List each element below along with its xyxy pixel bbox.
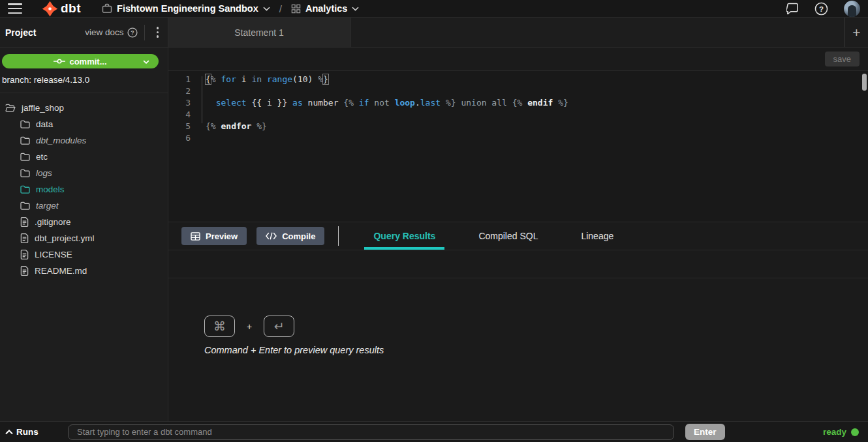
grid-icon [291, 4, 301, 14]
tree-item-target[interactable]: target [0, 198, 168, 214]
user-avatar[interactable] [844, 1, 860, 17]
status-indicator: ready [823, 427, 859, 437]
folder-open-icon [5, 104, 16, 112]
compile-button-label: Compile [282, 231, 315, 241]
results-toolbar: Preview Compile Query ResultsCompiled SQ… [168, 222, 868, 250]
status-label: ready [823, 427, 846, 437]
line-number: 6 [168, 133, 191, 145]
folder-icon [20, 201, 30, 210]
line-number: 1 [168, 74, 191, 86]
line-number: 3 [168, 98, 191, 110]
results-tab-compiled-sql[interactable]: Compiled SQL [469, 222, 547, 250]
tree-item-data[interactable]: data [0, 116, 168, 132]
command-input[interactable] [68, 424, 674, 440]
hamburger-menu-icon[interactable] [8, 3, 22, 14]
file-icon [20, 266, 29, 276]
line-number: 4 [168, 110, 191, 121]
view-docs-label: view docs [85, 27, 123, 37]
tree-item-readme-md[interactable]: README.md [0, 263, 168, 279]
line-content [191, 110, 206, 121]
dbt-logo: dbt [42, 1, 81, 17]
results-content: ⌘ + ↵ Command + Enter to preview query r… [168, 278, 868, 421]
svg-text:?: ? [819, 5, 824, 12]
environment-selector-label: Analytics [305, 3, 347, 14]
project-selector[interactable]: Fishtown Engineering Sandbox [102, 3, 270, 14]
line-content [191, 133, 206, 145]
indent-guide [202, 76, 202, 123]
tree-item-label: etc [36, 152, 48, 162]
save-button[interactable]: save [825, 52, 860, 66]
preview-button[interactable]: Preview [181, 227, 247, 245]
file-icon [20, 233, 29, 243]
help-icon[interactable]: ? [814, 2, 828, 16]
code-line[interactable]: 5{% endfor %} [168, 121, 868, 133]
line-number: 2 [168, 86, 191, 98]
chevron-down-icon [263, 7, 270, 11]
runs-toggle[interactable]: Runs [5, 427, 68, 437]
tree-item-label: target [36, 201, 59, 211]
editor-scrollbar-thumb[interactable] [862, 74, 867, 91]
preview-button-label: Preview [206, 231, 238, 241]
tree-item-label: LICENSE [35, 250, 72, 259]
new-tab-button[interactable]: + [845, 18, 868, 47]
chevron-down-icon [352, 7, 359, 11]
editor-tab-bar: Statement 1 + [168, 18, 868, 48]
results-subheader [168, 250, 868, 278]
top-bar: dbt Fishtown Engineering Sandbox / Analy… [0, 0, 868, 18]
code-line[interactable]: 1{% for i in range(10) %} [168, 74, 868, 86]
status-dot [851, 428, 859, 436]
tree-item-label: models [36, 184, 65, 194]
environment-selector[interactable]: Analytics [291, 3, 359, 14]
tree-item-dbt-modules[interactable]: dbt_modules [0, 132, 168, 149]
folder-icon [20, 120, 30, 128]
dbt-logo-mark-icon [42, 1, 58, 17]
kebab-menu-icon[interactable] [151, 24, 164, 40]
tree-item--gitignore[interactable]: .gitignore [0, 214, 168, 230]
svg-text:?: ? [131, 29, 134, 36]
tree-item-label: .gitignore [35, 217, 71, 227]
code-line[interactable]: 6 [168, 133, 868, 145]
sidebar-header-divider [144, 25, 145, 40]
code-line[interactable]: 2 [168, 86, 868, 98]
results-tab-lineage[interactable]: Lineage [572, 222, 623, 250]
tree-item-label: README.md [35, 266, 87, 276]
folder-icon [20, 185, 30, 194]
tree-item-jaffle-shop[interactable]: jaffle_shop [0, 100, 168, 116]
compile-button[interactable]: Compile [256, 227, 324, 245]
code-icon [266, 232, 277, 240]
breadcrumb-separator: / [279, 3, 282, 14]
commit-button-label: commit... [69, 57, 106, 66]
view-docs-link[interactable]: view docs ? [85, 27, 137, 38]
line-content: {% for i in range(10) %} [191, 74, 328, 86]
chat-icon[interactable] [786, 3, 799, 14]
enter-button[interactable]: Enter [685, 424, 725, 440]
dbt-logo-text: dbt [61, 1, 81, 16]
tree-item-license[interactable]: LICENSE [0, 246, 168, 263]
tree-item-label: jaffle_shop [22, 103, 64, 113]
commit-button[interactable]: commit... [2, 54, 159, 68]
runs-label: Runs [16, 427, 39, 437]
tab-bar-spacer [350, 18, 845, 47]
code-line[interactable]: 3 select {{ i }} as number {% if not loo… [168, 98, 868, 110]
editor-column: Statement 1 + save 1{% for i in range(10… [168, 18, 868, 421]
sidebar: Project view docs ? commit... branch: re… [0, 18, 168, 421]
tree-item-logs[interactable]: logs [0, 165, 168, 181]
results-tab-query-results[interactable]: Query Results [364, 222, 444, 250]
tree-item-dbt-project-yml[interactable]: dbt_project.yml [0, 230, 168, 246]
chevron-down-icon[interactable] [143, 60, 149, 64]
sidebar-header: Project view docs ? [0, 18, 168, 48]
sidebar-title: Project [5, 27, 36, 38]
line-content [191, 86, 206, 98]
folder-icon [20, 169, 30, 177]
tab-statement-1[interactable]: Statement 1 [168, 18, 350, 47]
file-icon [20, 250, 29, 259]
tree-item-etc[interactable]: etc [0, 149, 168, 165]
enter-key-icon: ↵ [264, 316, 294, 337]
shortcut-hint-text: Command + Enter to preview query results [204, 345, 384, 355]
chevron-up-icon [5, 430, 13, 435]
code-line[interactable]: 4 [168, 110, 868, 121]
table-icon [191, 232, 200, 241]
tree-item-models[interactable]: models [0, 181, 168, 198]
editor-toolbar: save [168, 48, 868, 70]
code-editor[interactable]: 1{% for i in range(10) %}23 select {{ i … [168, 70, 868, 222]
